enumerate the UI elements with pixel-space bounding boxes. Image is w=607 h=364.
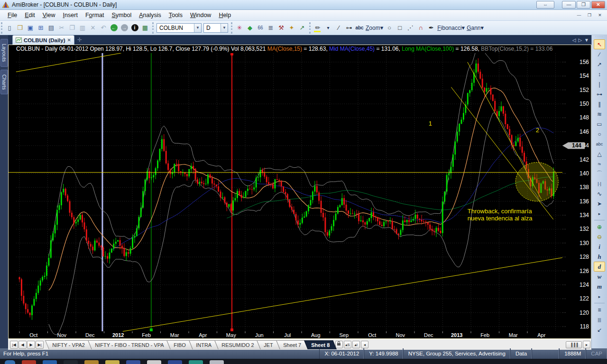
taskbar-app-icon[interactable] — [189, 360, 203, 364]
optimize-button[interactable]: ✦ — [286, 23, 297, 33]
sheet-tab-sheet-8[interactable]: Sheet 8 — [304, 340, 337, 349]
highlighter-dropdown[interactable]: ▾ — [323, 23, 333, 33]
trendline-tool-icon[interactable]: ∕ — [594, 49, 605, 59]
menu-analysis[interactable]: Analysis — [135, 10, 165, 20]
arrow-marker-tool-icon[interactable]: ➤ — [594, 199, 605, 209]
mdi-restore-button[interactable]: ❐ — [584, 12, 595, 19]
taskbar-app-icon[interactable] — [22, 360, 36, 364]
sheet-scrollbar-thumb[interactable]: ▐▐▐ — [566, 341, 582, 348]
taskbar-app-icon[interactable] — [210, 360, 224, 364]
expand-draw-tools-icon[interactable]: ▸ — [594, 209, 605, 218]
taskbar-app-icon[interactable] — [43, 360, 57, 364]
symbol-combo[interactable]: COLBUN▼ — [156, 23, 202, 33]
taskbar-app-icon[interactable] — [168, 360, 182, 364]
cut-button[interactable]: ✂ — [56, 23, 67, 33]
ellipse-button[interactable]: ○ — [384, 23, 395, 33]
sheet-tab-nifty-vpa2[interactable]: NIFTY - VPA2 — [45, 340, 92, 349]
highlighter-button[interactable]: ✏ — [313, 23, 323, 33]
lock-sheet-icon[interactable] — [335, 341, 343, 348]
rectangle-button[interactable]: □ — [395, 23, 405, 33]
dock-tab-charts[interactable]: Charts — [0, 70, 8, 94]
triangle-tool-icon[interactable]: △ — [594, 149, 605, 159]
menu-help[interactable]: Help — [215, 10, 235, 20]
mdi-close-button[interactable]: ✕ — [595, 12, 605, 19]
interval-hourly-icon[interactable]: h — [594, 252, 605, 262]
menu-edit[interactable]: Edit — [21, 10, 39, 20]
menu-window[interactable]: Window — [186, 10, 215, 20]
channel-tool-icon[interactable]: ≋ — [594, 109, 605, 119]
zoom-dropdown[interactable]: Zoom ▾ — [365, 23, 384, 33]
zigzag-tool-icon[interactable]: ∿ — [594, 189, 605, 199]
pointer-tool-icon[interactable]: ↖ — [594, 39, 605, 49]
sheet-tab-sheet-7[interactable]: Sheet 7 — [276, 340, 308, 349]
forward-button[interactable]: → — [119, 23, 129, 33]
taskbar-app-icon[interactable] — [5, 360, 15, 364]
back-button[interactable]: ← — [109, 23, 119, 33]
ellipse-tool-icon[interactable]: ○ — [594, 129, 605, 139]
undo-button[interactable]: ↶ — [98, 23, 109, 33]
horizontal-segment-tool-icon[interactable]: ⊶ — [594, 89, 605, 99]
menu-format[interactable]: Format — [82, 10, 108, 20]
new-file-button[interactable]: ▯ — [4, 23, 15, 33]
tab-list-dropdown-icon[interactable]: ▼ — [584, 37, 591, 45]
interval-weekly-icon[interactable]: w — [594, 272, 605, 282]
taskbar-app-icon[interactable] — [147, 360, 161, 364]
close-button[interactable]: ✕ — [591, 1, 605, 9]
sheet-tab-intra[interactable]: INTRA — [189, 340, 219, 349]
sheet-nav-prev-icon[interactable]: ◀ — [18, 341, 27, 349]
sheet-nav-first-icon[interactable]: |◀ — [10, 341, 18, 349]
interval-monthly-icon[interactable]: m — [594, 282, 605, 291]
menu-file[interactable]: File — [4, 10, 21, 20]
trendline-button[interactable]: ∕ — [333, 23, 344, 33]
menu-view[interactable]: View — [39, 10, 59, 20]
dock-tab-layouts[interactable]: Layouts — [0, 39, 8, 67]
insert-sheet-icon[interactable]: ▴I — [352, 341, 360, 348]
taskbar-app-icon[interactable] — [84, 360, 99, 364]
text-note-button[interactable]: abc — [354, 23, 365, 33]
color-studies-button[interactable]: ◆ — [245, 23, 255, 33]
float-pane-icon[interactable]: ✛ — [77, 36, 82, 45]
sheet-tab-resumido-2[interactable]: RESUMIDO 2 — [214, 340, 261, 349]
new-analysis-button[interactable]: ↗ — [297, 23, 307, 33]
mdi-minimize-button[interactable]: — — [574, 12, 584, 19]
quote-editor-button[interactable]: ▦ — [140, 23, 150, 33]
interval-combo[interactable]: D▼ — [203, 23, 228, 33]
document-tab-close-icon[interactable]: ✕ — [67, 37, 71, 43]
rectangle-tool-icon[interactable]: ▭ — [594, 119, 605, 129]
taskbar-app-icon[interactable] — [64, 360, 78, 364]
segment-button[interactable]: ⊶ — [344, 23, 354, 33]
extended-line-tool-icon[interactable]: ↕ — [594, 69, 605, 79]
symbol-combo-dropdown-icon[interactable]: ▼ — [194, 24, 201, 32]
copy-button[interactable]: ❐ — [67, 23, 77, 33]
dotted-ray-button[interactable]: ⋰ — [405, 23, 415, 33]
parameters-button[interactable]: ✳ — [234, 23, 245, 33]
scroll-sheets-left-icon[interactable]: ◂ — [361, 341, 368, 348]
sheet-nav-next-icon[interactable]: ▶ — [27, 341, 35, 349]
magnet-button[interactable]: ∩ — [415, 23, 426, 33]
fibonacci-dropdown[interactable]: Fibonacci ▾ — [436, 23, 466, 33]
wave-tool-icon[interactable]: ≈ — [594, 159, 605, 169]
arc-tool-icon[interactable]: ⌒ — [594, 169, 605, 179]
expand-intervals-icon[interactable]: ▸ — [594, 291, 605, 301]
sheet-nav-last-icon[interactable]: ▶| — [36, 341, 44, 349]
line-style-icon[interactable]: ≡ — [594, 305, 605, 315]
print-button[interactable]: ▤ — [46, 23, 56, 33]
zoom-out-icon[interactable]: ⊖ — [594, 232, 605, 242]
scroll-tabs-left-icon[interactable]: ◁ — [572, 37, 579, 45]
zoom-in-icon[interactable]: ⊕ — [594, 222, 605, 232]
text-tool-icon[interactable]: abc — [594, 139, 605, 149]
minimize-button[interactable]: — — [562, 1, 576, 9]
menu-insert[interactable]: Insert — [59, 10, 82, 20]
switch-windows-button[interactable]: ⇔ — [536, 1, 554, 9]
taskbar-app-icon[interactable] — [126, 360, 140, 364]
symbol-info-button[interactable]: i — [129, 23, 140, 33]
gann-dropdown[interactable]: Gann ▾ — [466, 23, 485, 33]
vertical-line-tool-icon[interactable]: | — [594, 79, 605, 89]
scan-button[interactable]: ⚒ — [276, 23, 286, 33]
interval-combo-dropdown-icon[interactable]: ▼ — [221, 24, 228, 32]
open-file-button[interactable]: ❒ — [15, 23, 25, 33]
document-tab-colbun[interactable]: COLBUN (Daily) ✕ — [12, 35, 74, 45]
save-database-button[interactable]: ⊞ — [36, 23, 46, 33]
interval-daily-icon[interactable]: d — [594, 262, 605, 272]
sort-sheets-icon[interactable]: ▴S — [344, 341, 351, 348]
